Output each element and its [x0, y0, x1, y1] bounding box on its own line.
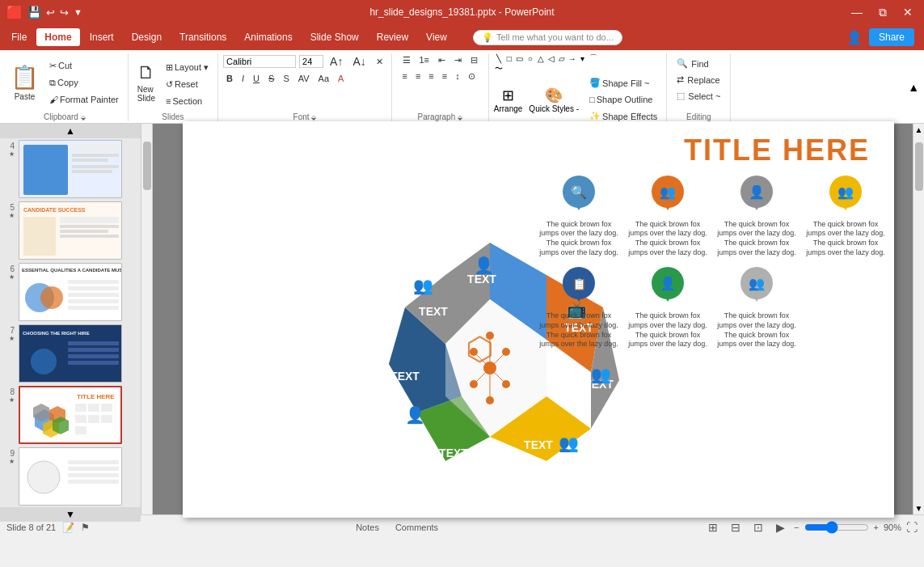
clear-format-button[interactable]: ✕: [373, 55, 386, 69]
strikethrough-button[interactable]: S: [265, 72, 277, 85]
cut-icon: ✂: [49, 61, 57, 71]
menu-transitions[interactable]: Transitions: [171, 28, 234, 46]
font-shrink-button[interactable]: A↓: [349, 53, 369, 70]
layout-button[interactable]: ⊞ Layout ▾: [162, 60, 213, 75]
scroll-up-button[interactable]: ▲: [0, 124, 141, 138]
shape-outline-button[interactable]: □ Shape Outline: [585, 92, 661, 107]
shape-arrow[interactable]: →: [567, 53, 577, 63]
shape-parallelogram[interactable]: ▱: [557, 53, 567, 63]
notes-button[interactable]: Notes: [349, 521, 386, 534]
save-icon[interactable]: 💾: [27, 6, 41, 19]
shape-curve[interactable]: 〜: [494, 64, 504, 74]
shape-fill-button[interactable]: 🪣 Shape Fill ~: [585, 75, 661, 91]
redo-icon[interactable]: ↪: [60, 6, 69, 19]
replace-button[interactable]: ⇄ Replace: [672, 73, 724, 87]
italic-button[interactable]: I: [238, 72, 247, 85]
slide-thumb-9[interactable]: 9 ★: [0, 446, 141, 507]
select-button[interactable]: ⬚ Select ~: [672, 89, 725, 103]
slide-star-4: ★: [9, 150, 15, 158]
indent-decrease-button[interactable]: ⇤: [435, 53, 449, 67]
menu-animations[interactable]: Animations: [236, 28, 300, 46]
undo-icon[interactable]: ↩: [46, 6, 55, 19]
bullets-button[interactable]: ☰: [399, 53, 414, 67]
justify-button[interactable]: ≡: [439, 70, 450, 83]
tell-me-bar[interactable]: 💡 Tell me what you want to do...: [473, 30, 622, 45]
find-button[interactable]: 🔍 Find: [672, 57, 713, 70]
font-size-input[interactable]: [299, 55, 323, 68]
restore-button[interactable]: ⧉: [874, 4, 892, 21]
slide-panel-scrollbar[interactable]: [141, 124, 153, 514]
menu-review[interactable]: Review: [369, 28, 416, 46]
scroll-down-arrow[interactable]: ▼: [915, 504, 923, 513]
shadow-button[interactable]: S: [280, 72, 292, 85]
shape-more[interactable]: ▾: [578, 53, 588, 63]
zoom-in-button[interactable]: +: [874, 523, 879, 532]
arrange-button[interactable]: ⊞ Arrange: [494, 87, 523, 113]
menu-slideshow[interactable]: Slide Show: [302, 28, 367, 46]
view-presenter-button[interactable]: ▶: [772, 519, 789, 535]
font-case-button[interactable]: Aa: [315, 72, 332, 85]
scroll-up-arrow[interactable]: ▲: [915, 125, 923, 134]
minimize-button[interactable]: —: [846, 4, 867, 21]
svg-point-45: [27, 461, 60, 493]
canvas-vertical-scrollbar[interactable]: ▲ ▼: [913, 124, 924, 514]
view-normal-button[interactable]: ⊞: [704, 519, 722, 535]
slide-thumb-6[interactable]: 6 ★ ESSENTIAL QUALITIES A CANDIDATE MUST…: [0, 261, 141, 323]
svg-rect-13: [60, 235, 119, 238]
close-button[interactable]: ✕: [898, 4, 918, 21]
shape-roundrect[interactable]: ▭: [515, 53, 525, 63]
zoom-out-button[interactable]: −: [794, 523, 799, 532]
align-left-button[interactable]: ≡: [399, 70, 411, 83]
new-slide-button[interactable]: 🗋 NewSlide: [133, 60, 159, 105]
shape-line[interactable]: ╲: [494, 53, 504, 63]
slides-content: 🗋 NewSlide ⊞ Layout ▾ ↺ Reset ≡ Section: [133, 53, 213, 111]
paste-button[interactable]: 📋 Paste: [6, 61, 43, 104]
info-card-1: 🔍 The quick brown fox jumps over the laz…: [538, 174, 619, 258]
underline-button[interactable]: U: [250, 72, 263, 85]
smartart-button[interactable]: ⊙: [465, 70, 479, 83]
zoom-slider[interactable]: [804, 521, 869, 534]
slide-thumb-8[interactable]: 8 ★ TITLE HERE: [0, 384, 141, 446]
cut-button[interactable]: ✂ Cut: [45, 58, 123, 74]
spacing-button[interactable]: AV: [295, 72, 313, 85]
columns-button[interactable]: ⊟: [467, 53, 481, 67]
view-reading-button[interactable]: ⊡: [749, 519, 767, 535]
shape-rtriangle[interactable]: ◁: [546, 53, 556, 63]
shape-triangle[interactable]: △: [536, 53, 546, 63]
format-painter-button[interactable]: 🖌 Format Painter: [45, 92, 123, 107]
copy-button[interactable]: ⧉ Copy: [45, 75, 123, 91]
shape-ellipse[interactable]: ○: [525, 53, 535, 63]
slide-thumb-7[interactable]: 7 ★ CHOOSING THE RIGHT HIRE: [0, 323, 141, 384]
indent-increase-button[interactable]: ⇥: [451, 53, 465, 67]
slide-thumb-4[interactable]: 4 ★: [0, 138, 141, 200]
align-right-button[interactable]: ≡: [425, 70, 437, 83]
line-spacing-button[interactable]: ↕: [452, 70, 463, 83]
fit-slide-button[interactable]: ⛶: [906, 521, 918, 534]
menu-file[interactable]: File: [3, 28, 35, 46]
slide-img-6: ESSENTIAL QUALITIES A CANDIDATE MUST HAV…: [19, 263, 122, 321]
menu-view[interactable]: View: [418, 28, 455, 46]
view-slide-sorter-button[interactable]: ⊟: [727, 519, 745, 535]
menu-insert[interactable]: Insert: [82, 28, 122, 46]
font-family-input[interactable]: [223, 55, 296, 68]
share-button[interactable]: Share: [869, 28, 914, 46]
shape-rect[interactable]: □: [504, 53, 514, 63]
font-grow-button[interactable]: A↑: [327, 53, 346, 70]
reset-button[interactable]: ↺ Reset: [162, 77, 213, 92]
quick-styles-button[interactable]: 🎨 Quick Styles -: [529, 87, 579, 113]
numbering-button[interactable]: 1≡: [416, 53, 433, 67]
menu-design[interactable]: Design: [124, 28, 170, 46]
ribbon-collapse-button[interactable]: ▲: [905, 53, 922, 121]
menu-home[interactable]: Home: [36, 28, 79, 46]
scroll-down-button[interactable]: ▼: [0, 507, 141, 522]
slide-thumb-5[interactable]: 5 ★ CANDIDATE SUCCESS: [0, 200, 141, 261]
center-button[interactable]: ≡: [412, 70, 424, 83]
bold-button[interactable]: B: [223, 72, 236, 85]
section-button[interactable]: ≡ Section: [162, 94, 213, 108]
font-color-button[interactable]: A: [335, 72, 347, 85]
office-tutorials-link[interactable]: Office Tutorials: [775, 32, 840, 43]
customize-icon[interactable]: ▼: [74, 7, 82, 17]
comments-button[interactable]: Comments: [389, 521, 445, 534]
shape-freeform[interactable]: ⌒: [589, 53, 598, 63]
slide-canvas[interactable]: TITLE HERE: [183, 121, 894, 518]
